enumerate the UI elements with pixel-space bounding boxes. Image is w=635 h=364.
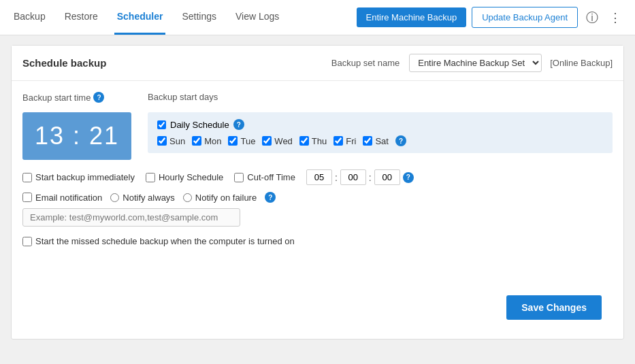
- day-sat-label[interactable]: Sat: [375, 136, 389, 146]
- help-icon[interactable]: ⓘ: [583, 7, 601, 29]
- entire-machine-backup-button[interactable]: Entire Machine Backup: [357, 7, 467, 27]
- schedule-backup-card: Schedule backup Backup set name Entire M…: [11, 45, 624, 340]
- day-mon-checkbox[interactable]: [192, 136, 201, 146]
- missed-schedule-checkbox[interactable]: [22, 237, 32, 246]
- day-fri-checkbox[interactable]: [333, 136, 343, 146]
- header-right: Backup set name Entire Machine Backup Se…: [331, 54, 613, 72]
- day-thu: Thu: [299, 136, 327, 146]
- main-content: Schedule backup Backup set name Entire M…: [0, 35, 635, 349]
- nav-backup[interactable]: Backup: [11, 0, 48, 35]
- day-mon-label[interactable]: Mon: [204, 136, 221, 146]
- more-options-icon[interactable]: ⋮: [606, 7, 624, 28]
- schedule-card-body: Backup start time ? Backup start days 13…: [12, 81, 623, 339]
- notify-always-radio[interactable]: [110, 193, 119, 202]
- email-notification-row: Email notification Notify always Notify …: [22, 192, 613, 203]
- day-tue-checkbox[interactable]: [228, 136, 238, 146]
- day-fri-label[interactable]: Fri: [346, 136, 356, 146]
- daily-schedule-row: Daily Schedule ?: [157, 119, 603, 130]
- missed-schedule-row: Start the missed schedule backup when th…: [22, 236, 613, 246]
- day-sat-checkbox[interactable]: [363, 136, 372, 146]
- missed-schedule-label[interactable]: Start the missed schedule backup when th…: [35, 236, 295, 246]
- nav-restore[interactable]: Restore: [62, 0, 101, 35]
- nav-links: Backup Restore Scheduler Settings View L…: [11, 0, 282, 35]
- day-wed: Wed: [262, 136, 293, 146]
- cutoff-time-checkbox[interactable]: [234, 173, 244, 182]
- day-sun-checkbox[interactable]: [157, 136, 167, 146]
- email-notification-checkbox[interactable]: [22, 193, 32, 202]
- backup-set-select[interactable]: Entire Machine Backup Set: [409, 54, 542, 72]
- weekdays-row: Sun Mon Tue: [157, 135, 603, 146]
- cutoff-min2-input[interactable]: [374, 169, 400, 185]
- email-input-row: [22, 208, 613, 227]
- schedule-title: Schedule backup: [22, 57, 106, 69]
- nav-scheduler[interactable]: Scheduler: [114, 0, 166, 35]
- time-value: 13 : 21: [35, 122, 119, 150]
- time-display: 13 : 21: [22, 112, 131, 160]
- notify-failure-label[interactable]: Notify on failure: [195, 193, 257, 203]
- backup-start-days-label: Backup start days: [148, 92, 218, 102]
- email-notification-label[interactable]: Email notification: [35, 193, 102, 203]
- hourly-schedule-checkbox[interactable]: [146, 173, 155, 182]
- cutoff-time-option: Cut-off Time: [234, 172, 295, 182]
- nav-view-logs[interactable]: View Logs: [233, 0, 282, 35]
- daily-schedule-label[interactable]: Daily Schedule: [170, 120, 229, 130]
- email-input[interactable]: [22, 208, 240, 227]
- day-tue-label[interactable]: Tue: [240, 136, 255, 146]
- backup-start-time-label: Backup start time ?: [22, 92, 148, 103]
- hourly-schedule-option: Hourly Schedule: [146, 172, 223, 182]
- cutoff-hour-input[interactable]: [306, 169, 332, 185]
- notify-failure-option: Notify on failure: [183, 193, 257, 203]
- day-fri: Fri: [333, 136, 356, 146]
- start-immediately-label[interactable]: Start backup immediately: [35, 172, 135, 182]
- hourly-schedule-label[interactable]: Hourly Schedule: [159, 172, 223, 182]
- nav-right-actions: Entire Machine Backup Update Backup Agen…: [357, 7, 624, 29]
- daily-schedule-help-icon[interactable]: ?: [233, 119, 244, 130]
- backup-set-label: Backup set name: [331, 58, 400, 68]
- day-wed-checkbox[interactable]: [262, 136, 272, 146]
- online-badge: [Online Backup]: [550, 58, 613, 68]
- options-row: Start backup immediately Hourly Schedule…: [22, 169, 613, 185]
- cutoff-time-label[interactable]: Cut-off Time: [247, 172, 295, 182]
- day-wed-label[interactable]: Wed: [274, 136, 293, 146]
- save-changes-button[interactable]: Save Changes: [506, 295, 602, 320]
- nav-settings[interactable]: Settings: [179, 0, 219, 35]
- cutoff-sep-1: :: [335, 172, 338, 183]
- cutoff-sep-2: :: [369, 172, 372, 183]
- time-days-row: 13 : 21 Daily Schedule ?: [22, 112, 613, 160]
- email-help-icon[interactable]: ?: [265, 192, 276, 203]
- top-navigation: Backup Restore Scheduler Settings View L…: [0, 0, 635, 35]
- update-backup-agent-button[interactable]: Update Backup Agent: [472, 7, 578, 28]
- weekdays-help-icon[interactable]: ?: [395, 135, 406, 146]
- cutoff-help-icon[interactable]: ?: [403, 172, 414, 183]
- start-immediately-checkbox[interactable]: [22, 173, 32, 182]
- notify-always-option: Notify always: [110, 193, 175, 203]
- cutoff-min1-input[interactable]: [340, 169, 366, 185]
- email-notification-option: Email notification: [22, 193, 102, 203]
- days-col: Daily Schedule ? Sun Mon: [148, 112, 613, 160]
- day-sun-label[interactable]: Sun: [169, 136, 185, 146]
- cutoff-time-inputs: : : ?: [306, 169, 414, 185]
- start-immediately-option: Start backup immediately: [22, 172, 135, 182]
- day-sat: Sat: [363, 136, 389, 146]
- day-thu-label[interactable]: Thu: [312, 136, 327, 146]
- day-mon: Mon: [192, 136, 221, 146]
- day-thu-checkbox[interactable]: [299, 136, 309, 146]
- days-section: Daily Schedule ? Sun Mon: [148, 112, 613, 153]
- notify-failure-radio[interactable]: [183, 193, 192, 202]
- save-btn-row: Save Changes: [22, 287, 613, 328]
- backup-start-time-help-icon[interactable]: ?: [93, 92, 104, 103]
- notify-always-label[interactable]: Notify always: [123, 193, 175, 203]
- day-sun: Sun: [157, 136, 185, 146]
- day-tue: Tue: [228, 136, 255, 146]
- schedule-card-header: Schedule backup Backup set name Entire M…: [12, 46, 623, 81]
- time-col: 13 : 21: [22, 112, 131, 160]
- daily-schedule-checkbox[interactable]: [157, 120, 166, 129]
